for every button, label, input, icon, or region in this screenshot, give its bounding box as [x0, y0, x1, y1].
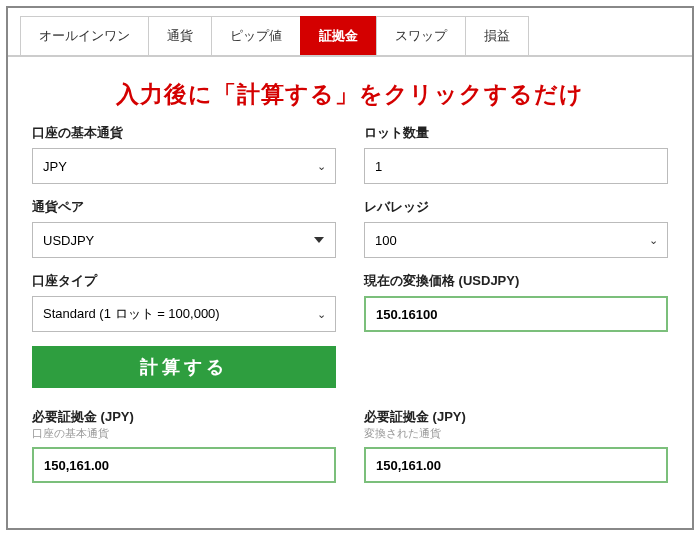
label-leverage: レバレッジ — [364, 198, 668, 216]
tab-currency[interactable]: 通貨 — [148, 16, 212, 55]
select-base-currency-value: JPY — [43, 159, 67, 174]
output-required-margin-right: 150,161.00 — [364, 447, 668, 483]
tab-swap[interactable]: スワップ — [376, 16, 466, 55]
output-required-margin-left: 150,161.00 — [32, 447, 336, 483]
label-account-type: 口座タイプ — [32, 272, 336, 290]
tab-pip[interactable]: ピップ値 — [211, 16, 301, 55]
select-pair-value: USDJPY — [43, 233, 94, 248]
sublabel-required-margin-right: 変換された通貨 — [364, 426, 668, 441]
select-account-type-value: Standard (1 ロット = 100,000) — [43, 305, 220, 323]
label-lot-size: ロット数量 — [364, 124, 668, 142]
select-pair[interactable]: USDJPY — [32, 222, 336, 258]
field-conversion-price: 現在の変換価格 (USDJPY) 150.16100 — [364, 272, 668, 332]
input-lot-size[interactable] — [364, 148, 668, 184]
tab-all-in-one[interactable]: オールインワン — [20, 16, 149, 55]
label-required-margin-left: 必要証拠金 (JPY) — [32, 408, 336, 426]
calculate-button[interactable]: 計算する — [32, 346, 336, 388]
required-margin-right-value: 150,161.00 — [376, 458, 441, 473]
field-lot-size: ロット数量 — [364, 124, 668, 184]
sublabel-required-margin-left: 口座の基本通貨 — [32, 426, 336, 441]
output-conversion-price: 150.16100 — [364, 296, 668, 332]
label-base-currency: 口座の基本通貨 — [32, 124, 336, 142]
tab-pl[interactable]: 損益 — [465, 16, 529, 55]
select-account-type[interactable]: Standard (1 ロット = 100,000) — [32, 296, 336, 332]
results-row: 必要証拠金 (JPY) 口座の基本通貨 150,161.00 必要証拠金 (JP… — [32, 408, 668, 483]
label-conversion-price: 現在の変換価格 (USDJPY) — [364, 272, 668, 290]
label-required-margin-right: 必要証拠金 (JPY) — [364, 408, 668, 426]
field-base-currency: 口座の基本通貨 JPY ⌄ — [32, 124, 336, 184]
field-required-margin-right: 必要証拠金 (JPY) 変換された通貨 150,161.00 — [364, 408, 668, 483]
required-margin-left-value: 150,161.00 — [44, 458, 109, 473]
tab-margin[interactable]: 証拠金 — [300, 16, 377, 55]
field-pair: 通貨ペア USDJPY — [32, 198, 336, 258]
headline-instruction: 入力後に「計算する」をクリックするだけ — [8, 79, 692, 110]
select-base-currency[interactable]: JPY — [32, 148, 336, 184]
field-required-margin-left: 必要証拠金 (JPY) 口座の基本通貨 150,161.00 — [32, 408, 336, 483]
label-pair: 通貨ペア — [32, 198, 336, 216]
conversion-price-value: 150.16100 — [376, 307, 437, 322]
field-leverage: レバレッジ 100 ⌄ — [364, 198, 668, 258]
app-frame: オールインワン 通貨 ピップ値 証拠金 スワップ 損益 入力後に「計算する」をク… — [6, 6, 694, 530]
select-leverage-value: 100 — [375, 233, 397, 248]
calculator-form: 口座の基本通貨 JPY ⌄ ロット数量 通貨ペア USDJPY レバレッジ — [8, 124, 692, 483]
field-account-type: 口座タイプ Standard (1 ロット = 100,000) ⌄ — [32, 272, 336, 332]
spacer — [364, 346, 668, 388]
select-leverage[interactable]: 100 — [364, 222, 668, 258]
tab-bar: オールインワン 通貨 ピップ値 証拠金 スワップ 損益 — [8, 8, 692, 57]
